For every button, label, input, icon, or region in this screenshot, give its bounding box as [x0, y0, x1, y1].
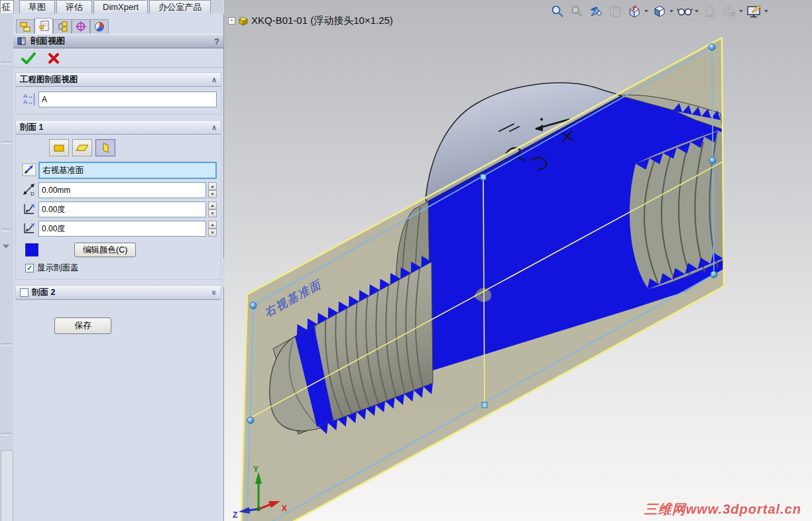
ok-cancel-row	[13, 49, 223, 68]
section-color-swatch[interactable]	[25, 243, 38, 257]
manager-tab-bar	[16, 18, 109, 34]
view-toolbar	[550, 3, 768, 19]
section-view-icon[interactable]	[626, 3, 642, 19]
plane-handle-square[interactable]	[482, 402, 487, 408]
tab-evaluate[interactable]: 评估	[56, 0, 92, 13]
property-manager-tab[interactable]	[34, 18, 53, 34]
plane-front-button[interactable]	[49, 139, 69, 156]
expand-tree-icon[interactable]: +	[228, 17, 235, 25]
panel-header: 剖面视图 ?	[13, 34, 223, 48]
dimxpert-manager-tab[interactable]	[72, 19, 90, 34]
help-button[interactable]: ?	[214, 36, 219, 46]
plane-handle-sphere[interactable]	[709, 157, 716, 164]
section1-group: 剖面 1∧ D ▲▼ X	[15, 120, 221, 280]
strip-divider	[1, 433, 11, 435]
section-label-input[interactable]	[38, 91, 217, 107]
plane-handle-sphere[interactable]	[709, 44, 715, 50]
ok-button[interactable]	[21, 52, 36, 64]
display-manager-tab[interactable]	[90, 19, 109, 34]
dropdown-arrow-icon[interactable]	[764, 10, 768, 13]
cancel-button[interactable]	[48, 52, 60, 64]
offset-distance-field[interactable]	[38, 182, 206, 198]
dropdown-arrow-icon[interactable]	[644, 10, 648, 13]
feature-manager-tab[interactable]	[16, 19, 34, 34]
previous-view-icon[interactable]	[607, 3, 623, 19]
watermark-text: 三维网www.3dportal.cn	[644, 500, 801, 518]
display-style-icon[interactable]	[677, 3, 693, 19]
strip-divider	[1, 343, 11, 346]
dropdown-arrow-icon[interactable]	[695, 10, 699, 13]
triad-x-label: X	[282, 504, 287, 513]
part-icon	[238, 16, 249, 27]
command-manager-tabs: 征草图评估DimXpert办公室产品	[0, 0, 223, 15]
tab-office-products[interactable]: 办公室产品	[149, 0, 211, 13]
tab-dimxpert[interactable]: DimXpert	[93, 0, 148, 13]
group-title: 剖面 2	[32, 287, 212, 298]
edit-scene-icon[interactable]	[746, 3, 762, 19]
dropdown-arrow-icon[interactable]	[739, 10, 743, 13]
plane-orientation-buttons	[49, 139, 217, 156]
edit-color-button[interactable]: 编辑颜色(C)	[74, 243, 136, 257]
plane-handle-square[interactable]	[481, 174, 486, 180]
shadows-icon[interactable]	[702, 3, 718, 19]
collapse-chevron-icon[interactable]: ∧	[211, 123, 217, 132]
triad-z-label: Z	[233, 510, 237, 520]
plane-handle-sphere[interactable]	[711, 271, 717, 278]
offset-distance-icon: D	[20, 183, 38, 198]
plane-top-button[interactable]	[72, 139, 92, 156]
collapsed-feature-tree-strip	[0, 14, 14, 521]
configuration-manager-tab[interactable]	[53, 19, 72, 34]
offset-spinner[interactable]: ▲▼	[208, 182, 217, 198]
section-view-panel-icon	[17, 36, 27, 46]
svg-text:Y: Y	[31, 222, 35, 228]
tab-sketch[interactable]: 草图	[19, 0, 55, 13]
group-title: 工程图剖面视图	[20, 74, 211, 86]
group-header[interactable]: 剖面 1∧	[16, 121, 221, 135]
zoom-area-icon[interactable]	[569, 3, 585, 19]
y-rotation-spinner[interactable]: ▲▼	[208, 221, 217, 237]
strip-divider	[1, 62, 11, 64]
drawing-section-view-group: 工程图剖面视图∧ A→|A→|	[15, 72, 221, 115]
x-rotation-icon: X	[20, 202, 38, 217]
reference-plane-icon	[20, 163, 38, 178]
x-rotation-field[interactable]	[38, 202, 206, 217]
model-scene: 右视基准面 Y X Z	[224, 0, 812, 521]
model-title-label: XKQ-B01-01 (浮动接头10×1.25)	[251, 15, 393, 27]
y-rotation-icon: Y	[20, 221, 38, 237]
expand-chevron-icon[interactable]: »	[209, 290, 219, 294]
zoom-fit-icon[interactable]	[550, 3, 565, 19]
zoom-selection-icon[interactable]	[588, 3, 604, 19]
flyout-feature-tree[interactable]: + XKQ-B01-01 (浮动接头10×1.25)	[228, 15, 393, 27]
tab-features-clipped[interactable]: 征	[0, 0, 14, 13]
plane-side-button[interactable]	[95, 139, 115, 156]
panel-title: 剖面视图	[30, 35, 214, 47]
strip-divider	[1, 229, 11, 231]
group-header[interactable]: 剖面 2»	[16, 286, 221, 300]
graphics-viewport[interactable]: 右视基准面 Y X Z + XKQ-B01-01 (浮动接头10×1.25)	[224, 0, 812, 521]
triad-y-label: Y	[253, 465, 259, 474]
save-button[interactable]: 保存	[54, 318, 111, 334]
show-cap-checkbox[interactable]: ✓	[25, 264, 34, 272]
x-rotation-spinner[interactable]: ▲▼	[208, 202, 217, 217]
strip-divider	[1, 141, 11, 144]
y-rotation-field[interactable]	[38, 221, 206, 237]
section2-group: 剖面 2»	[15, 285, 221, 300]
appearance-icon[interactable]	[721, 3, 737, 19]
strip-dropdown-arrow[interactable]	[3, 245, 9, 249]
dropdown-arrow-icon[interactable]	[669, 10, 673, 13]
collapse-chevron-icon[interactable]: ∧	[211, 76, 217, 84]
section-label-icon: A→|A→|	[20, 93, 38, 105]
svg-text:X: X	[31, 203, 35, 209]
reference-plane-field[interactable]	[38, 162, 217, 179]
property-manager-panel: 剖面视图 ? 工程图剖面视图∧ A→|A→| 剖面 1∧	[13, 14, 224, 521]
group-title: 剖面 1	[20, 122, 211, 133]
strip-sub-panel	[1, 450, 13, 521]
section2-checkbox[interactable]	[20, 288, 29, 297]
show-cap-label: 显示剖面盖	[37, 262, 79, 274]
plane-handle-sphere[interactable]	[247, 417, 254, 424]
svg-text:D: D	[30, 191, 34, 196]
group-header[interactable]: 工程图剖面视图∧	[16, 73, 221, 87]
plane-handle-sphere[interactable]	[250, 302, 257, 309]
view-orientation-icon[interactable]	[652, 3, 667, 19]
